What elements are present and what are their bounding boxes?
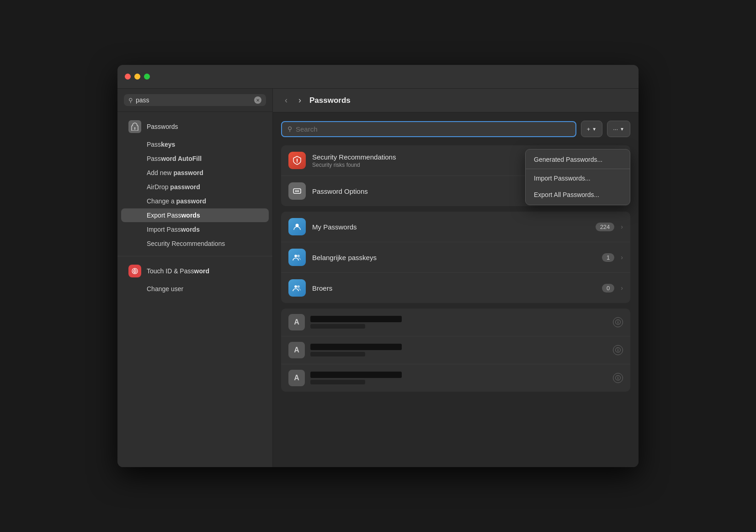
more-chevron-icon: ▼ — [620, 127, 624, 132]
sidebar-search-inner: ⚲ ✕ — [124, 94, 266, 106]
sidebar-item-change-a-password[interactable]: Change a password — [121, 194, 269, 208]
sidebar-item-security-recommendations[interactable]: Security Recommendations — [121, 237, 269, 250]
pw-list-item-1[interactable]: A ⓘ — [281, 309, 630, 336]
sidebar-item-airdrop-password[interactable]: AirDrop password — [121, 180, 269, 194]
add-chevron-icon: ▼ — [592, 127, 596, 132]
pw-title-2 — [310, 344, 402, 350]
broers-chevron: › — [621, 284, 623, 292]
pw-title-1 — [310, 316, 402, 322]
touch-id-label: Touch ID & Password — [147, 267, 209, 275]
broers-badge: 0 — [602, 284, 614, 293]
pw-avatar-3: A — [288, 370, 305, 386]
broers-content: Broers — [312, 284, 596, 292]
pw-avatar-1: A — [288, 314, 305, 330]
belangrijke-passkeys-chevron: › — [621, 254, 623, 261]
dropdown-generated-passwords[interactable]: Generated Passwords... — [526, 151, 630, 168]
my-passwords-title: My Passwords — [312, 223, 589, 231]
search-bar-icon: ⚲ — [287, 125, 292, 133]
sidebar-item-passwords[interactable]: Passwords — [121, 116, 269, 137]
my-passwords-badge: 224 — [596, 223, 615, 231]
dropdown-divider — [526, 169, 630, 169]
svg-point-10 — [298, 191, 299, 192]
search-bar[interactable]: ⚲ — [281, 121, 576, 137]
page-title: Passwords — [309, 96, 351, 105]
search-bar-row: ⚲ + ▼ ··· ▼ — [281, 121, 630, 137]
pw-sub-2 — [310, 352, 365, 356]
svg-point-14 — [294, 285, 297, 288]
pw-list-section: A ⓘ A ⓘ — [281, 309, 630, 392]
belangrijke-passkeys-icon — [288, 249, 306, 266]
close-button[interactable] — [125, 74, 131, 80]
minimize-button[interactable] — [134, 74, 140, 80]
dropdown-import-passwords[interactable]: Import Passwords... — [526, 170, 630, 186]
password-options-icon — [288, 182, 306, 200]
belangrijke-passkeys-title: Belangrijke passkeys — [312, 254, 596, 261]
main-layout: ⚲ ✕ Passwords — [117, 89, 639, 467]
pw-sub-3 — [310, 380, 365, 384]
pw-avatar-2: A — [288, 342, 305, 358]
belangrijke-passkeys-content: Belangrijke passkeys — [312, 254, 596, 261]
broers-icon — [288, 279, 306, 297]
sidebar-item-export-passwords[interactable]: Export Passwords — [121, 208, 269, 222]
svg-point-13 — [297, 255, 300, 257]
sidebar-item-passkeys[interactable]: Passkeys — [121, 138, 269, 151]
broers-title: Broers — [312, 284, 596, 292]
sidebar-search-area: ⚲ ✕ — [117, 89, 272, 112]
pw-content-1 — [310, 316, 607, 329]
pw-title-3 — [310, 372, 402, 378]
pw-content-2 — [310, 344, 607, 356]
sidebar-item-import-passwords[interactable]: Import Passwords — [121, 223, 269, 236]
back-button[interactable]: ‹ — [282, 95, 290, 106]
svg-point-6 — [297, 162, 298, 163]
pw-content-3 — [310, 372, 607, 384]
belangrijke-passkeys-badge: 1 — [602, 253, 614, 262]
forward-button[interactable]: › — [296, 95, 304, 106]
sidebar-search-input[interactable] — [136, 96, 251, 104]
more-options-button[interactable]: ··· ▼ — [607, 121, 630, 137]
pw-list-item-3[interactable]: A ⓘ — [281, 364, 630, 392]
svg-point-12 — [294, 255, 297, 257]
pw-sub-1 — [310, 324, 365, 329]
maximize-button[interactable] — [144, 74, 150, 80]
content-body: ⚲ + ▼ ··· ▼ — [273, 112, 639, 467]
belangrijke-passkeys-item[interactable]: Belangrijke passkeys 1 › — [281, 242, 630, 273]
sidebar-item-password-autofill[interactable]: Password AutoFill — [121, 152, 269, 165]
main-window: ⚲ ✕ Passwords — [117, 65, 639, 467]
titlebar — [117, 65, 639, 89]
sidebar-items: Passwords Passkeys Password AutoFill Add… — [117, 112, 272, 467]
add-button[interactable]: + ▼ — [581, 121, 603, 137]
broers-item[interactable]: Broers 0 › — [281, 273, 630, 303]
sidebar-item-touch-id-password[interactable]: Touch ID & Password — [121, 261, 269, 282]
svg-point-8 — [295, 191, 297, 192]
touchid-icon — [128, 265, 141, 277]
list-section-2: My Passwords 224 › — [281, 212, 630, 303]
passwords-icon — [128, 120, 141, 133]
pw-info-button-3[interactable]: ⓘ — [613, 373, 623, 383]
my-passwords-chevron: › — [621, 223, 623, 230]
more-options-dropdown: Generated Passwords... Import Passwords.… — [525, 149, 630, 205]
traffic-lights — [125, 74, 150, 80]
content-header: ‹ › Passwords — [273, 89, 639, 112]
my-passwords-content: My Passwords — [312, 223, 589, 231]
svg-point-9 — [297, 191, 298, 192]
pw-list-item-2[interactable]: A ⓘ — [281, 336, 630, 364]
search-input[interactable] — [296, 125, 570, 133]
my-passwords-item[interactable]: My Passwords 224 › — [281, 212, 630, 242]
pw-info-button-2[interactable]: ⓘ — [613, 345, 623, 355]
security-icon — [288, 152, 306, 169]
search-icon: ⚲ — [128, 97, 133, 104]
content-area: ‹ › Passwords ⚲ + ▼ ··· — [273, 89, 639, 467]
pw-info-button-1[interactable]: ⓘ — [613, 317, 623, 327]
sidebar-passwords-label: Passwords — [147, 123, 178, 130]
my-passwords-icon — [288, 218, 306, 235]
svg-point-0 — [134, 128, 136, 129]
clear-search-button[interactable]: ✕ — [254, 96, 261, 104]
dropdown-export-all-passwords[interactable]: Export All Passwords... — [526, 186, 630, 203]
ellipsis-icon: ··· — [613, 126, 618, 133]
svg-point-15 — [297, 285, 300, 288]
sidebar: ⚲ ✕ Passwords — [117, 89, 273, 467]
sidebar-item-add-new-password[interactable]: Add new password — [121, 166, 269, 180]
sidebar-item-change-user[interactable]: Change user — [121, 282, 269, 296]
plus-icon: + — [587, 126, 591, 133]
